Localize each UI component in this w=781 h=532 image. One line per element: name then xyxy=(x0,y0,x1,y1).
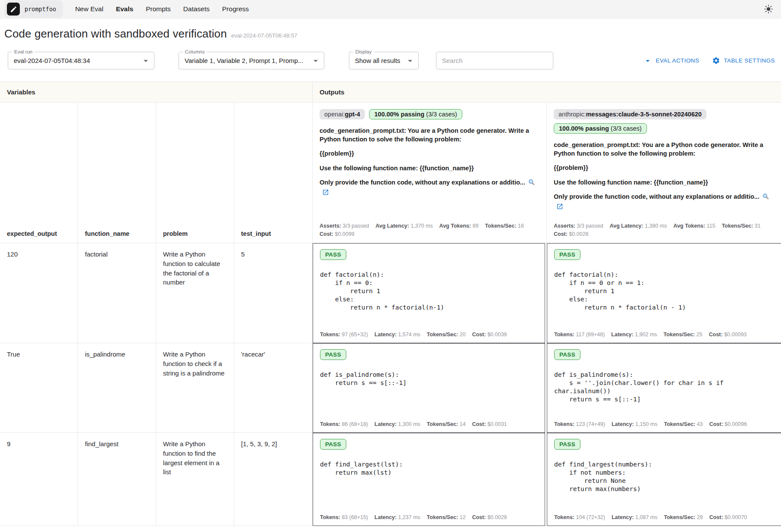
nav-item-evals[interactable]: Evals xyxy=(116,5,134,13)
passing-rate-badge: 100.00% passing (3/3 cases) xyxy=(554,123,647,134)
stat: Cost: $0.0026 xyxy=(554,231,589,238)
var-cell-test-input: 'racecar' xyxy=(234,343,313,433)
pass-badge: PASS xyxy=(320,439,346,450)
code-block: def factorial(n): if n == 0 or n == 1: r… xyxy=(554,271,774,312)
pass-badge: PASS xyxy=(320,349,346,360)
stat: Latency: 1,300 ms xyxy=(374,421,420,428)
output-stats: Tokens: 97 (65+32)Latency: 1,574 msToken… xyxy=(320,328,538,338)
stat: Tokens/Sec: 31 xyxy=(722,222,761,229)
open-in-new-icon[interactable] xyxy=(556,203,563,213)
search-input[interactable] xyxy=(436,52,553,69)
stat: Tokens/Sec: 14 xyxy=(427,421,466,428)
prompt-stats: Asserts: 3/3 passedAvg Latency: 1,370 ms… xyxy=(320,218,539,238)
eval-run-select[interactable]: Eval run eval-2024-07-05T04:48:34 xyxy=(8,52,154,69)
var-cell-problem: Write a Python function to calculate the… xyxy=(156,243,234,343)
col-header-function-name: function_name xyxy=(78,103,156,243)
passing-rate-badge: 100.00% passing (3/3 cases) xyxy=(369,109,462,119)
nav-item-progress[interactable]: Progress xyxy=(222,5,249,13)
stat: Asserts: 3/3 passed xyxy=(320,222,369,229)
stat: Cost: $0.00070 xyxy=(709,514,747,521)
filter-bar: Eval run eval-2024-07-05T04:48:34 Column… xyxy=(0,52,781,69)
prompt-header-gpt4: openai:gpt-4 100.00% passing (3/3 cases)… xyxy=(313,103,547,243)
output-cell[interactable]: PASS def is_palindrome(s): s = ''.join(c… xyxy=(547,343,781,433)
stat: Cost: $0.00096 xyxy=(709,421,747,428)
code-block: def is_palindrome(s): s = ''.join(char.l… xyxy=(554,371,774,404)
var-cell-problem: Write a Python function to find the larg… xyxy=(156,433,234,526)
columns-value: Variable 1, Variable 2, Prompt 1, Promp.… xyxy=(185,57,303,64)
stat: Latency: 1,087 ms xyxy=(612,514,657,521)
stat: Tokens: 123 (74+49) xyxy=(554,421,605,428)
stat: Avg Latency: 1,380 ms xyxy=(610,222,667,229)
stat: Latency: 1,574 ms xyxy=(374,331,420,338)
var-cell-expected-output: True xyxy=(0,343,78,433)
nav-item-datasets[interactable]: Datasets xyxy=(183,5,210,13)
variables-section-header: Variables xyxy=(0,82,313,103)
magnifier-icon[interactable] xyxy=(762,193,769,203)
output-stats: Tokens: 86 (68+18)Latency: 1,300 msToken… xyxy=(320,417,538,428)
var-cell-function-name: factorial xyxy=(78,243,156,343)
prompt-stats: Asserts: 3/3 passedAvg Latency: 1,380 ms… xyxy=(554,218,775,238)
output-cell[interactable]: PASS def factorial(n): if n == 0: return… xyxy=(313,243,547,343)
stat: Cost: $0.0039 xyxy=(472,331,507,338)
output-stats: Tokens: 123 (74+49)Latency: 1,150 msToke… xyxy=(554,417,774,428)
nav-item-new-eval[interactable]: New Eval xyxy=(75,5,103,13)
provider-badge: anthropic:messages:claude-3-5-sonnet-202… xyxy=(554,109,706,119)
col-header-expected-output: expected_output xyxy=(0,103,78,243)
provider-badge: openai:gpt-4 xyxy=(320,109,365,119)
stat: Avg Latency: 1,370 ms xyxy=(376,222,433,229)
code-block: def find_largest(lst): return max(lst) xyxy=(320,460,538,477)
output-cell[interactable]: PASS def is_palindrome(s): return s == s… xyxy=(313,343,547,433)
var-cell-expected-output: 9 xyxy=(0,433,78,526)
nav-item-prompts[interactable]: Prompts xyxy=(146,5,171,13)
pass-badge: PASS xyxy=(554,439,580,450)
eval-actions-button[interactable]: EVAL ACTIONS xyxy=(643,56,699,66)
stat: Cost: $0.0031 xyxy=(472,421,507,428)
open-in-new-icon[interactable] xyxy=(322,189,329,198)
gear-icon xyxy=(712,56,720,65)
code-block: def is_palindrome(s): return s == s[::-1… xyxy=(320,371,538,387)
magnifier-icon[interactable] xyxy=(528,178,535,188)
output-stats: Tokens: 83 (68+15)Latency: 1,237 msToken… xyxy=(320,510,538,521)
outputs-section-header: Outputs xyxy=(313,82,781,103)
var-cell-function-name: is_palindrome xyxy=(78,343,156,433)
stat: Cost: $0.0029 xyxy=(472,514,507,521)
stat: Cost: $0.00093 xyxy=(709,331,747,338)
code-block: def factorial(n): if n == 0: return 1 el… xyxy=(320,271,538,312)
output-stats: Tokens: 117 (69+48)Latency: 1,902 msToke… xyxy=(554,328,774,338)
display-select[interactable]: Display Show all results xyxy=(349,52,419,69)
pencil-icon xyxy=(7,3,20,16)
columns-select[interactable]: Columns Variable 1, Variable 2, Prompt 1… xyxy=(179,52,324,69)
eval-id: eval-2024-07-05T06:48:57 xyxy=(231,32,297,39)
stat: Tokens/Sec: 12 xyxy=(427,514,466,521)
var-cell-problem: Write a Python function to check if a st… xyxy=(156,343,234,433)
prompt-header-claude: anthropic:messages:claude-3-5-sonnet-202… xyxy=(547,103,781,243)
chevron-down-icon xyxy=(141,56,151,66)
var-cell-expected-output: 120 xyxy=(0,243,78,343)
display-value: Show all results xyxy=(355,57,400,64)
eval-run-label: Eval run xyxy=(12,49,35,55)
pass-badge: PASS xyxy=(320,249,346,260)
output-cell[interactable]: PASS def factorial(n): if n == 0 or n ==… xyxy=(547,243,781,343)
sun-icon[interactable] xyxy=(764,4,773,14)
prompt-preview: code_generation_prompt.txt: You are a Py… xyxy=(554,141,775,212)
brand-name: promptfoo xyxy=(25,6,56,13)
var-cell-function-name: find_largest xyxy=(78,433,156,526)
stat: Tokens/Sec: 16 xyxy=(485,222,524,229)
stat: Tokens/Sec: 43 xyxy=(664,421,703,428)
output-cell[interactable]: PASS def find_largest(lst): return max(l… xyxy=(313,433,547,526)
stat: Latency: 1,902 ms xyxy=(611,331,657,338)
brand-logo[interactable]: promptfoo xyxy=(4,0,63,18)
stat: Avg Tokens: 89 xyxy=(439,222,479,229)
columns-label: Columns xyxy=(183,49,207,55)
chevron-down-icon xyxy=(405,56,415,66)
stat: Avg Tokens: 115 xyxy=(674,222,715,229)
eval-run-value: eval-2024-07-05T04:48:34 xyxy=(14,57,90,64)
nav-links: New Eval Evals Prompts Datasets Progress xyxy=(75,5,249,13)
top-nav: promptfoo New Eval Evals Prompts Dataset… xyxy=(0,0,781,19)
display-label: Display xyxy=(353,49,374,55)
stat: Tokens: 83 (68+15) xyxy=(320,514,368,521)
output-cell[interactable]: PASS def find_largest(numbers): if not n… xyxy=(547,433,781,526)
table-settings-button[interactable]: TABLE SETTINGS xyxy=(712,56,775,65)
col-header-test-input: test_input xyxy=(234,103,313,243)
output-stats: Tokens: 104 (72+32)Latency: 1,087 msToke… xyxy=(554,510,774,521)
